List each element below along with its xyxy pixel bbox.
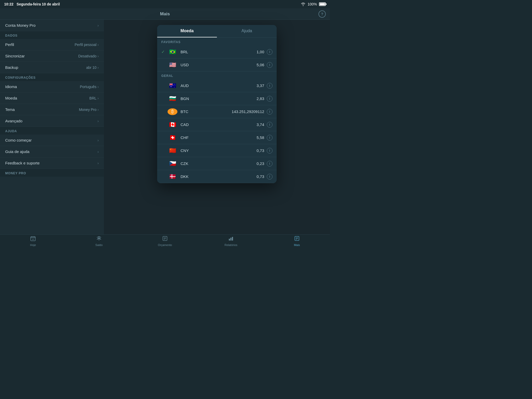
flag-czk: 🇨🇿 (168, 160, 177, 167)
page-title: Mais (160, 11, 170, 17)
svg-rect-10 (229, 239, 230, 241)
tema-label: Tema (5, 107, 15, 112)
currency-row-chf[interactable]: 🇨🇭 CHF 5,58 i (157, 131, 277, 144)
currency-code-btc: BTC (181, 109, 232, 114)
currency-value-usd: 5,06 (257, 63, 264, 67)
menu-item-backup[interactable]: Backup abr 10 › (0, 62, 104, 73)
currency-value-bgn: 2,83 (257, 96, 264, 101)
sincronizar-value: Desativado › (78, 54, 99, 58)
currency-code-cad: CAD (181, 122, 257, 127)
chevron-icon: › (97, 23, 99, 28)
info-button-brl[interactable]: i (267, 49, 272, 55)
info-button-btc[interactable]: i (267, 109, 272, 115)
como-comecar-label: Como começar (5, 138, 32, 142)
menu-item-moeda[interactable]: Moeda BRL › (0, 92, 104, 104)
chevron-icon: › (97, 54, 99, 58)
tab-moeda[interactable]: Moeda (157, 25, 217, 37)
currency-row-aud[interactable]: 🇦🇺 AUD 3,37 i (157, 79, 277, 92)
currency-row-brl[interactable]: ✓ 🇧🇷 BRL 1,00 i (157, 45, 277, 58)
currency-row-bgn[interactable]: 🇧🇬 BGN 2,83 i (157, 92, 277, 105)
tab-mais[interactable]: Mais (264, 235, 330, 247)
flag-btc: ₿ (168, 108, 177, 115)
currency-value-brl: 1,00 (257, 50, 264, 54)
wifi-icon (301, 2, 305, 6)
flag-dkk: 🇩🇰 (168, 173, 177, 180)
tab-saldo[interactable]: Saldo (66, 235, 132, 247)
currency-row-cny[interactable]: 🇨🇳 CNY 0,73 i (157, 144, 277, 157)
flag-cad: 🇨🇦 (168, 121, 177, 128)
info-button-cad[interactable]: i (267, 122, 272, 128)
currency-row-cad[interactable]: 🇨🇦 CAD 3,74 i (157, 118, 277, 131)
currency-row-dkk[interactable]: 🇩🇰 DKK 0,73 i (157, 170, 277, 183)
section-ajuda: AJUDA (0, 127, 104, 135)
tab-ajuda[interactable]: Ajuda (217, 25, 277, 37)
modal-overlay: Moeda Ajuda FAVORITAS ✓ 🇧🇷 BRL 1,00 i (104, 20, 330, 234)
help-button[interactable]: ? (318, 10, 326, 18)
perfil-value: Perfil pessoal › (75, 43, 99, 47)
right-area: Moeda Ajuda FAVORITAS ✓ 🇧🇷 BRL 1,00 i (104, 20, 330, 234)
mais-icon (294, 236, 300, 243)
currency-value-cny: 0,73 (257, 148, 264, 153)
chevron-icon: › (97, 85, 99, 89)
tab-relatorios[interactable]: Relatórios (198, 235, 264, 247)
chevron-icon: › (97, 138, 99, 142)
currency-code-cny: CNY (181, 148, 257, 153)
backup-value: abr 10 › (86, 65, 99, 70)
currency-value-btc: 143.251,29209112 (232, 109, 264, 114)
tab-hoje-label: Hoje (30, 243, 36, 247)
currency-row-usd[interactable]: 🇺🇸 USD 5,06 i (157, 58, 277, 71)
flag-chf: 🇨🇭 (168, 134, 177, 141)
moeda-value: BRL › (89, 96, 99, 100)
currency-value-czk: 0,23 (257, 161, 264, 166)
menu-item-guia[interactable]: Guia de ajuda › (0, 146, 104, 157)
svg-rect-12 (232, 237, 233, 241)
tab-saldo-label: Saldo (95, 243, 103, 247)
modal-header: Moeda Ajuda (157, 25, 277, 38)
flag-brl: 🇧🇷 (168, 49, 177, 55)
menu-item-como-comecar[interactable]: Como começar › (0, 135, 104, 146)
currency-row-btc[interactable]: ₿ BTC 143.251,29209112 i (157, 105, 277, 118)
backup-label: Backup (5, 65, 18, 70)
menu-item-idioma[interactable]: Idioma Português › (0, 81, 104, 92)
menu-item-avancado[interactable]: Avançado › (0, 115, 104, 127)
chevron-icon: › (97, 119, 99, 123)
info-button-bgn[interactable]: i (267, 96, 272, 102)
chevron-icon: › (97, 150, 99, 154)
saldo-icon (96, 236, 102, 243)
info-button-dkk[interactable]: i (267, 174, 272, 179)
relatorios-icon (228, 236, 234, 243)
chevron-icon: › (97, 161, 99, 165)
chevron-icon: › (97, 108, 99, 112)
currency-row-czk[interactable]: 🇨🇿 CZK 0,23 i (157, 157, 277, 170)
currency-code-dkk: DKK (181, 174, 257, 179)
menu-item-sincronizar[interactable]: Sincronizar Desativado › (0, 50, 104, 62)
menu-item-feedback[interactable]: Feedback e suporte › (0, 157, 104, 169)
section-money-pro: MONEY PRO (0, 169, 104, 177)
flag-bgn: 🇧🇬 (168, 95, 177, 102)
left-panel: Conta Money Pro › DADOS Perfil Perfil pe… (0, 20, 104, 234)
currency-value-dkk: 0,73 (257, 174, 264, 179)
info-button-aud[interactable]: i (267, 83, 272, 89)
info-button-usd[interactable]: i (267, 62, 272, 68)
status-bar: 10:22 Segunda-feira 10 de abril 100% (0, 0, 330, 8)
svg-rect-11 (230, 238, 231, 241)
tab-hoje[interactable]: 10 Hoje (0, 235, 66, 247)
menu-item-conta[interactable]: Conta Money Pro › (0, 20, 104, 31)
menu-item-tema[interactable]: Tema Money Pro › (0, 104, 104, 115)
idioma-value: Português › (80, 85, 99, 89)
info-button-chf[interactable]: i (267, 135, 272, 141)
currency-code-bgn: BGN (181, 96, 257, 101)
info-button-cny[interactable]: i (267, 148, 272, 154)
checkmark-icon: ✓ (161, 49, 168, 54)
currency-code-chf: CHF (181, 135, 257, 140)
tab-orcamento[interactable]: Orçamento (132, 235, 198, 247)
section-dados: DADOS (0, 31, 104, 39)
main-content: Conta Money Pro › DADOS Perfil Perfil pe… (0, 20, 330, 234)
currency-modal: Moeda Ajuda FAVORITAS ✓ 🇧🇷 BRL 1,00 i (157, 25, 277, 183)
menu-item-perfil[interactable]: Perfil Perfil pessoal › (0, 39, 104, 50)
avancado-label: Avançado (5, 119, 22, 123)
tab-mais-label: Mais (294, 243, 300, 247)
currency-code-aud: AUD (181, 83, 257, 88)
info-button-czk[interactable]: i (267, 161, 272, 167)
favorites-section-header: FAVORITAS (157, 38, 277, 45)
